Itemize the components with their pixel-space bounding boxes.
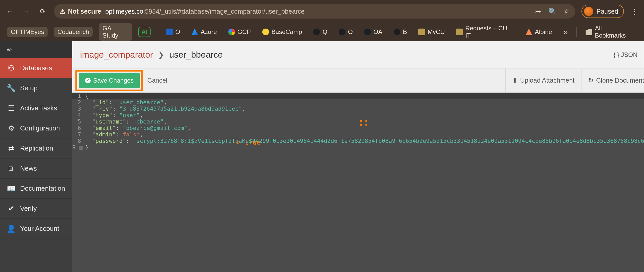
line-content: "_id": "user_bbearce",	[84, 99, 167, 106]
bookmark-separator-right	[576, 27, 577, 37]
sidebar-item-your-account[interactable]: 👤Your Account	[0, 219, 72, 239]
all-bookmarks[interactable]: All Bookmarks	[583, 23, 637, 41]
code-line[interactable]: 2 "_id": "user_bbearce",	[72, 99, 644, 106]
bookmark-optimeyes[interactable]: OPTIMEyes	[7, 27, 48, 37]
not-secure-label: Not secure	[68, 8, 101, 15]
action-bar: ✓ Save Changes Cancel ⬆ Upload Attachmen…	[72, 68, 644, 93]
clone-icon: ↻	[588, 77, 594, 84]
url-row: ← → ⟳ ⚠ Not secure optimeyes.co:5984/_ut…	[0, 0, 644, 23]
main-panel: image_comparator ❯ user_bbearce { } JSON…	[72, 41, 644, 272]
bookmark-azure[interactable]: Azure	[189, 27, 220, 37]
bookmark-codabench[interactable]: Codabench	[54, 27, 93, 37]
cu-icon	[418, 29, 425, 35]
zoom-icon[interactable]: 🔍	[548, 7, 556, 15]
sidebar-item-label: Verify	[20, 205, 37, 213]
sidebar-item-label: Replication	[20, 144, 53, 152]
line-content: "password": "scrypt:32768:8:1$zVe11scSpf…	[84, 138, 644, 144]
sidebar-icon: 🗎	[7, 164, 15, 173]
sidebar-item-documentation[interactable]: 📖Documentation	[0, 179, 72, 199]
cancel-button[interactable]: Cancel	[143, 77, 171, 84]
bookmarks-bar: OPTIMEyes Codabench GA Study AI O Azure …	[0, 23, 644, 41]
nav-back[interactable]: ←	[5, 6, 15, 16]
clone-document-button[interactable]: ↻ Clone Document	[581, 68, 644, 92]
sidebar-icon: 👤	[7, 224, 15, 233]
warning-icon: ⚠	[60, 8, 65, 15]
code-line[interactable]: 8 "password": "scrypt:32768:8:1$zVe11scS…	[72, 138, 644, 144]
bookmark-ghoa[interactable]: OA	[362, 27, 385, 37]
sidebar-item-label: Setup	[20, 84, 38, 92]
browser-chrome: ← → ⟳ ⚠ Not secure optimeyes.co:5984/_ut…	[0, 0, 644, 41]
sidebar-item-verify[interactable]: ✔Verify	[0, 199, 72, 219]
avatar-icon	[584, 7, 593, 16]
line-number: 8	[72, 138, 84, 144]
sidebar-item-active-tasks[interactable]: ☰Active Tasks	[0, 98, 72, 118]
cu-icon	[456, 29, 463, 35]
code-line[interactable]: 5 "username": "bbearce",	[72, 118, 644, 125]
bookmark-overflow[interactable]: »	[561, 26, 570, 38]
sidebar-item-databases[interactable]: ⛁Databases	[0, 58, 72, 78]
json-view-button[interactable]: { } JSON	[607, 41, 643, 68]
nav-forward[interactable]: →	[21, 6, 31, 16]
sidebar-item-setup[interactable]: 🔧Setup	[0, 78, 72, 98]
code-line[interactable]: 1{	[72, 93, 644, 99]
profile-pill[interactable]: Paused	[581, 5, 624, 18]
code-line[interactable]: 4 "type": "user",	[72, 112, 644, 118]
sidebar-item-news[interactable]: 🗎News	[0, 159, 72, 179]
line-number: 6	[72, 125, 84, 131]
code-line[interactable]: 3 "_rev": "3-d83726457d5a21bb924da8bd9ad…	[72, 106, 644, 112]
fauxton-app: ⎆ ⛁Databases🔧Setup☰Active Tasks⚙Configur…	[0, 41, 644, 272]
gcp-icon	[228, 29, 235, 35]
bookmark-mycu[interactable]: MyCU	[416, 27, 447, 37]
line-number: 3	[72, 106, 84, 112]
bookmark-basecamp[interactable]: BaseCamp	[260, 27, 305, 37]
sidebar-item-label: Your Account	[20, 225, 59, 233]
bookmark-ai[interactable]: AI	[138, 27, 151, 37]
bookmark-o-outlook[interactable]: O	[163, 27, 183, 37]
star-icon[interactable]: ☆	[564, 7, 570, 15]
code-line[interactable]: 9 }	[72, 144, 644, 151]
bookmark-gho[interactable]: O	[336, 27, 355, 37]
code-line[interactable]: 6 "email": "bbearce@gmail.com",	[72, 125, 644, 131]
line-content: {	[84, 93, 89, 99]
all-bookmarks-label: All Bookmarks	[595, 25, 634, 39]
breadcrumb-db[interactable]: image_comparator	[80, 50, 153, 60]
line-content: }	[84, 144, 89, 151]
key-icon[interactable]: ⊶	[534, 7, 541, 15]
bookmark-ghq[interactable]: Q	[311, 27, 330, 37]
bookmark-alpine[interactable]: Alpine	[523, 27, 555, 37]
nav-reload[interactable]: ⟳	[38, 6, 48, 16]
logout-button[interactable]: ⎆	[0, 41, 72, 58]
github-icon	[394, 29, 400, 35]
bookmark-gcp[interactable]: GCP	[226, 27, 254, 37]
bookmark-ga-study[interactable]: GA Study	[99, 23, 132, 41]
paused-label: Paused	[596, 8, 618, 15]
code-line[interactable]: 7 "admin": false,	[72, 131, 644, 138]
line-content: "type": "user",	[84, 112, 143, 118]
github-icon	[313, 29, 320, 35]
bookmark-requests[interactable]: Requests – CU IT	[454, 23, 517, 41]
line-number: 2	[72, 99, 84, 106]
line-number: 4	[72, 112, 84, 118]
save-label: Save Changes	[93, 77, 134, 84]
url-host: optimeyes.co	[105, 8, 143, 15]
line-content: "email": "bbearce@gmail.com",	[84, 125, 191, 131]
upload-attachment-button[interactable]: ⬆ Upload Attachment	[505, 68, 581, 92]
sidebar-item-label: News	[20, 164, 37, 172]
line-number: 5	[72, 118, 84, 125]
bookmark-ghb[interactable]: B	[391, 27, 410, 37]
browser-menu[interactable]: ⋮	[630, 7, 639, 16]
alpine-icon	[526, 29, 532, 35]
address-bar[interactable]: ⚠ Not secure optimeyes.co:5984/_utils/#d…	[54, 4, 575, 19]
sidebar-item-configuration[interactable]: ⚙Configuration	[0, 118, 72, 138]
sidebar-icon: ☰	[7, 104, 15, 112]
sidebar-item-replication[interactable]: ⇄Replication	[0, 138, 72, 159]
bookmark-separator	[157, 27, 157, 37]
azure-icon	[192, 29, 198, 35]
line-number: 1	[72, 93, 84, 99]
save-button[interactable]: ✓ Save Changes	[79, 73, 140, 88]
sidebar-icon: ⇄	[7, 144, 15, 153]
line-number: 7	[72, 131, 84, 138]
url-rest: :5984/_utils/#database/image_comparator/…	[143, 8, 305, 15]
json-editor[interactable]: 1{2 "_id": "user_bbearce",3 "_rev": "3-d…	[72, 93, 644, 272]
check-icon: ✓	[85, 78, 91, 83]
